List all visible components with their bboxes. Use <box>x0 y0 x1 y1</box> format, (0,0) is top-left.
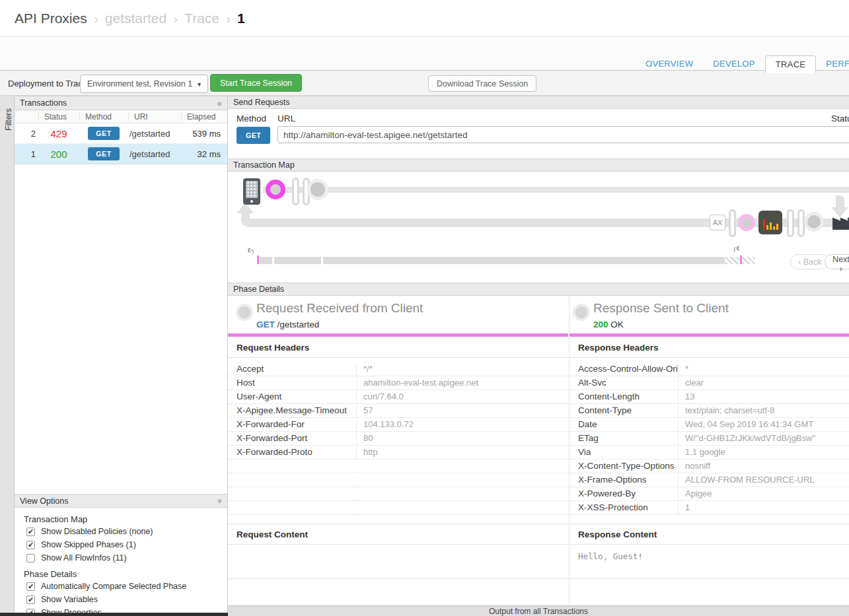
client-device-icon[interactable] <box>243 178 260 205</box>
chevron-double-down-icon[interactable]: « <box>215 498 225 503</box>
timeline-cursor[interactable] <box>257 256 259 264</box>
view-option-row[interactable]: Show Disabled Policies (none) <box>26 527 227 536</box>
header-row <box>228 473 568 487</box>
transaction-method: GET <box>79 147 128 160</box>
start-trace-session-button[interactable]: Start Trace Session <box>210 74 302 92</box>
checkbox[interactable] <box>26 596 35 604</box>
status-label: Status <box>831 114 849 123</box>
header-value: * <box>678 364 849 376</box>
header-row: X-Apigee.Message-Timeout57 <box>228 404 568 418</box>
flow-phase-dot[interactable] <box>311 182 325 197</box>
checkbox[interactable] <box>26 541 35 549</box>
timeline-epsilon-right: ┌ε <box>732 244 740 252</box>
request-method-button[interactable]: GET <box>237 127 270 144</box>
column-method: Method <box>79 112 128 121</box>
header-name: X-Forwarded-Proto <box>228 447 356 459</box>
header-name: X-Forwarded-Port <box>228 433 356 445</box>
tab-trace[interactable]: TRACE <box>765 55 817 73</box>
view-options-section-heading: Transaction Map <box>24 514 227 524</box>
view-options-body: Transaction MapShow Disabled Policies (n… <box>15 508 227 616</box>
analytics-ax-step[interactable]: AX <box>710 215 725 230</box>
request-uri: /getstarted <box>277 320 320 329</box>
url-label: URL <box>277 114 295 123</box>
response-phase-subtitle: 200 OK <box>593 320 624 329</box>
breadcrumb-separator: › <box>173 11 178 26</box>
header-row: DateWed, 04 Sep 2019 16:41:34 GMT <box>570 418 849 432</box>
transactions-column-headers: Status Method URI Elapsed <box>15 110 227 123</box>
collapse-panel-icon[interactable]: « <box>217 98 222 108</box>
request-url-input[interactable] <box>277 126 849 143</box>
phase-summary: Request Received from Client GET /getsta… <box>228 296 849 333</box>
flow-step-pill[interactable] <box>303 178 310 205</box>
transaction-map: AX ε┐ ┌ε ‹ Back Next › <box>228 172 849 283</box>
header-value: http <box>356 447 568 459</box>
timeline-segment[interactable] <box>260 257 272 264</box>
header-name: Date <box>570 419 678 431</box>
header-row <box>228 487 568 501</box>
header-row: User-Agentcurl/7.64.0 <box>228 390 568 404</box>
column-blank <box>15 112 38 121</box>
transaction-row[interactable]: 1200GET/getstarted32 ms <box>15 144 227 164</box>
tab-overview[interactable]: OVERVIEW <box>636 55 703 73</box>
header-value: 13 <box>678 392 849 403</box>
header-row: X-Frame-OptionsALLOW-FROM RESOURCE-URL <box>570 473 849 487</box>
request-headers-table: Accept*/*Hostahamilton-eval-test.apigee.… <box>228 358 568 515</box>
view-options-header: View Options « <box>15 494 227 508</box>
download-trace-session-button[interactable]: Download Trace Session <box>428 75 536 92</box>
flow-step-pill[interactable] <box>797 209 805 237</box>
back-button[interactable]: ‹ Back <box>790 254 829 269</box>
transaction-map-header: Transaction Map <box>228 158 849 172</box>
transaction-uri: /getstarted <box>128 129 181 139</box>
filters-side-tab[interactable]: Filters <box>0 96 15 613</box>
timeline-segment[interactable] <box>323 257 725 264</box>
column-uri: URI <box>128 112 181 121</box>
transaction-row[interactable]: 2429GET/getstarted539 ms <box>15 123 227 144</box>
header-row: Alt-Svcclear <box>570 376 849 390</box>
flow-step-pill[interactable] <box>292 178 299 205</box>
flow-phase-dot[interactable] <box>807 215 821 228</box>
tab-develop[interactable]: DEVELOP <box>703 55 765 73</box>
header-name <box>228 485 356 487</box>
header-value <box>356 512 568 514</box>
transaction-method: GET <box>79 127 128 140</box>
breadcrumb-api-proxies[interactable]: API Proxies <box>15 11 87 26</box>
compared-phase-marker[interactable] <box>738 214 755 231</box>
breadcrumb-getstarted[interactable]: getstarted <box>105 11 166 26</box>
view-options-title: View Options <box>20 496 68 506</box>
header-value <box>356 498 568 500</box>
bar <box>773 226 775 230</box>
header-name: Content-Length <box>570 392 678 403</box>
view-option-row[interactable]: Automatically Compare Selected Phase <box>26 582 227 591</box>
header-row: X-Forwarded-Protohttp <box>228 446 568 460</box>
timeline-cursor[interactable] <box>740 256 742 264</box>
output-from-all-transactions-bar[interactable]: Output from all Transactions <box>228 605 849 616</box>
timeline-segment[interactable] <box>274 257 321 264</box>
view-option-label: Automatically Compare Selected Phase <box>41 582 186 591</box>
view-option-row[interactable]: Show Variables <box>26 595 227 604</box>
flow-step-pill[interactable] <box>729 209 736 237</box>
header-row: Via1.1 google <box>570 446 849 460</box>
header-value: 80 <box>356 433 568 445</box>
request-content-block: Request Content <box>228 524 568 579</box>
flow-step-pill[interactable] <box>787 209 794 237</box>
response-headers-title: Response Headers <box>570 337 849 358</box>
header-value: clear <box>678 378 849 390</box>
checkbox[interactable] <box>26 554 35 563</box>
view-option-row[interactable]: Show Skipped Phases (1) <box>26 540 227 549</box>
header-value: 57 <box>356 405 568 417</box>
client-device-homedot <box>250 200 253 203</box>
view-option-row[interactable]: Show All FlowInfos (11) <box>26 553 227 563</box>
checkbox[interactable] <box>26 582 35 591</box>
transaction-status: 200 <box>38 149 79 160</box>
transaction-map-title: Transaction Map <box>233 160 295 170</box>
header-name: X-Powered-By <box>570 489 678 500</box>
breadcrumb-trace[interactable]: Trace <box>184 11 219 26</box>
header-row: Access-Control-Allow-Origin* <box>570 358 849 376</box>
next-button[interactable]: Next › <box>825 254 849 269</box>
statistics-collector-icon[interactable] <box>758 211 782 234</box>
tab-performance[interactable]: PERFORMANCE <box>816 55 849 73</box>
environment-dropdown[interactable]: Environment test, Revision 1 ▾ <box>80 75 208 93</box>
column-elapsed: Elapsed <box>181 112 227 121</box>
checkbox[interactable] <box>26 528 35 536</box>
selected-phase-marker[interactable] <box>266 180 285 199</box>
